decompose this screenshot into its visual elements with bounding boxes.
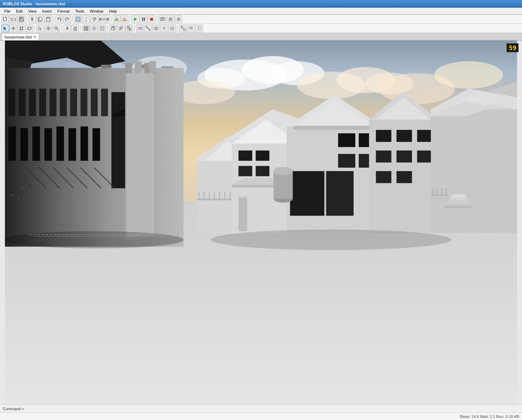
svg-rect-72 (111, 27, 114, 30)
part-btn[interactable] (109, 24, 117, 32)
move-tool-btn[interactable] (9, 24, 17, 32)
menu-tools[interactable]: Tools (72, 8, 87, 14)
menu-view[interactable]: View (26, 8, 40, 14)
svg-point-162 (28, 191, 30, 192)
svg-rect-90 (183, 29, 185, 30)
svg-rect-137 (81, 89, 88, 116)
select-tool-btn[interactable] (1, 24, 9, 32)
explorer-btn[interactable] (187, 24, 195, 32)
svg-rect-11 (47, 17, 49, 18)
undo-button[interactable] (55, 15, 63, 23)
copy-button[interactable] (36, 15, 44, 23)
svg-rect-146 (81, 126, 88, 161)
lock-btn[interactable] (71, 24, 79, 32)
scale-tool-btn[interactable] (18, 24, 25, 32)
color-btn[interactable] (90, 24, 98, 32)
new-button[interactable] (1, 15, 9, 23)
weld-btn[interactable] (144, 24, 152, 32)
tab-label: housemove.rbxl (5, 35, 32, 39)
collision-btn[interactable] (136, 24, 144, 32)
svg-rect-158 (135, 61, 142, 73)
sep1 (27, 16, 27, 22)
svg-marker-22 (114, 18, 119, 21)
svg-rect-136 (70, 89, 77, 116)
terrain-remove-btn[interactable] (121, 15, 128, 23)
group-btn[interactable] (125, 24, 133, 32)
cut-button[interactable] (28, 15, 36, 23)
normal-cursor-btn[interactable] (36, 24, 44, 32)
menu-insert[interactable]: Insert (39, 8, 55, 14)
status-stats: Sleep: 14.6 Wait: 2.1 Run: 0.18 Affi (459, 414, 519, 419)
svg-point-168 (18, 198, 19, 199)
material-btn[interactable] (82, 24, 90, 32)
svg-rect-230 (238, 196, 248, 198)
save-button[interactable] (18, 15, 25, 23)
union-btn[interactable] (152, 24, 160, 32)
menu-format[interactable]: Format (55, 8, 72, 14)
svg-rect-9 (39, 17, 42, 21)
svg-rect-144 (56, 126, 64, 161)
svg-rect-206 (376, 130, 391, 142)
toolbar2 (0, 24, 522, 33)
properties-btn[interactable] (195, 24, 203, 32)
svg-rect-28 (150, 18, 153, 21)
model-btn[interactable] (117, 24, 125, 32)
open-button[interactable] (9, 15, 17, 23)
svg-rect-207 (397, 130, 412, 142)
tab-close-btn[interactable]: ✕ (33, 35, 36, 39)
select-toolbar-btn[interactable] (74, 15, 82, 23)
fps-value: 59 (509, 44, 516, 51)
svg-rect-78 (128, 27, 129, 28)
surface-btn[interactable] (98, 24, 106, 32)
svg-rect-79 (129, 28, 131, 30)
grid-btn[interactable] (167, 15, 174, 23)
menu-file[interactable]: File (1, 8, 13, 14)
svg-rect-26 (142, 18, 143, 21)
svg-point-161 (21, 188, 23, 189)
rotate-toolbar-btn[interactable] (90, 15, 98, 23)
svg-rect-97 (197, 28, 201, 29)
redo-button[interactable] (63, 15, 71, 23)
pause-button[interactable] (140, 15, 147, 23)
svg-point-202 (273, 167, 293, 175)
paste-button[interactable] (44, 15, 52, 23)
pan-btn[interactable] (44, 24, 52, 32)
svg-rect-46 (20, 29, 21, 30)
svg-marker-41 (14, 28, 15, 29)
play-button[interactable] (132, 15, 139, 23)
zoom-btn[interactable] (53, 24, 60, 32)
menu-help[interactable]: Help (106, 8, 120, 14)
svg-rect-131 (19, 89, 26, 116)
svg-rect-134 (50, 89, 57, 116)
separate-btn[interactable] (179, 24, 187, 32)
negate-btn[interactable] (168, 24, 176, 32)
camera-btn[interactable] (159, 15, 166, 23)
svg-point-166 (56, 193, 57, 194)
terrain-add-btn[interactable] (113, 15, 120, 23)
svg-marker-39 (13, 29, 14, 30)
viewport[interactable]: 59 (0, 41, 522, 405)
menu-edit[interactable]: Edit (13, 8, 26, 14)
svg-marker-13 (67, 18, 69, 20)
svg-rect-224 (431, 195, 448, 196)
svg-point-66 (93, 28, 95, 29)
svg-rect-147 (92, 128, 100, 161)
svg-rect-236 (238, 166, 252, 176)
scale-toolbar-btn[interactable] (98, 15, 110, 23)
anchor-btn[interactable] (63, 24, 71, 32)
svg-point-109 (434, 61, 503, 89)
stop-button[interactable] (148, 15, 155, 23)
svg-marker-12 (58, 18, 59, 20)
command-label[interactable]: Command > (3, 407, 24, 411)
snap-btn[interactable] (175, 15, 182, 23)
rotate-tool-btn[interactable] (26, 24, 33, 32)
svg-rect-160 (149, 61, 156, 73)
move-toolbar-btn[interactable] (82, 15, 90, 23)
menu-window[interactable]: Window (87, 8, 106, 14)
sep3 (72, 16, 73, 22)
intersect-btn[interactable] (160, 24, 168, 32)
sep2 (54, 16, 54, 22)
tab-housemove[interactable]: housemove.rbxl ✕ (1, 33, 39, 40)
svg-marker-40 (11, 28, 12, 29)
svg-rect-45 (22, 27, 23, 28)
